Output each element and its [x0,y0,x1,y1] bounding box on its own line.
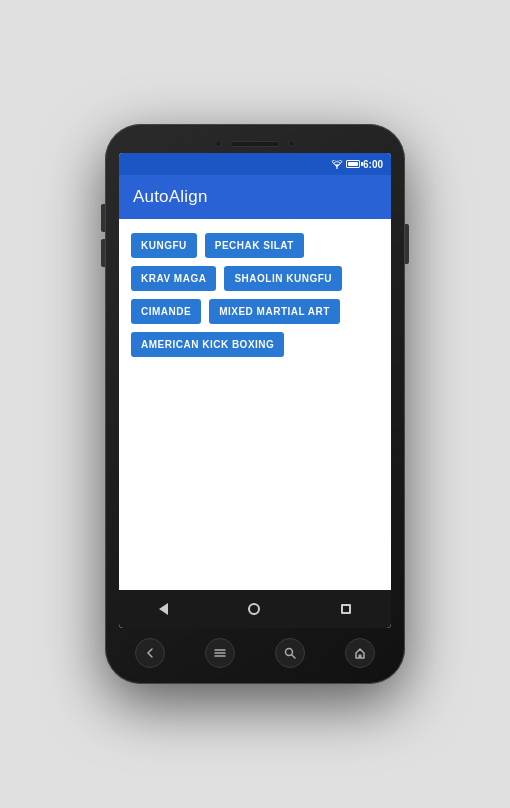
tag-shaolin-kungfu[interactable]: SHAOLIN KUNGFU [224,266,342,291]
bottom-home-button[interactable] [205,638,235,668]
status-bar: 6:00 [119,153,391,175]
app-title: AutoAlign [133,187,208,207]
svg-line-5 [292,655,295,658]
wifi-icon [331,160,343,169]
phone-top-bar [115,136,395,153]
tag-mixed-martial-art[interactable]: MIXED MARTIAL ART [209,299,340,324]
bottom-search-button[interactable] [275,638,305,668]
tag-cimande[interactable]: CIMANDE [131,299,201,324]
recent-apps-button[interactable] [341,604,351,614]
svg-point-0 [336,167,338,169]
sensor-icon [288,140,295,147]
back-button[interactable] [159,603,168,615]
phone-bottom-buttons [115,628,395,672]
svg-point-4 [286,649,293,656]
battery-icon [346,160,360,168]
phone-device: 6:00 AutoAlign KUNGFUPECHAK SILATKRAV MA… [105,124,405,684]
speaker-icon [230,141,280,147]
phone-screen: 6:00 AutoAlign KUNGFUPECHAK SILATKRAV MA… [119,153,391,628]
tag-american-kick-boxing[interactable]: AMERICAN KICK BOXING [131,332,284,357]
app-bar: AutoAlign [119,175,391,219]
home-button[interactable] [248,603,260,615]
tag-kungfu[interactable]: KUNGFU [131,233,197,258]
volume-up-button[interactable] [101,204,105,232]
front-camera-icon [215,140,222,147]
tag-pechak-silat[interactable]: PECHAK SILAT [205,233,304,258]
content-area: KUNGFUPECHAK SILATKRAV MAGASHAOLIN KUNGF… [119,219,391,590]
power-button[interactable] [405,224,409,264]
tag-krav-maga[interactable]: KRAV MAGA [131,266,216,291]
bottom-home2-button[interactable] [345,638,375,668]
svg-rect-6 [359,655,362,659]
status-time: 6:00 [363,159,383,170]
nav-bar [119,590,391,628]
volume-down-button[interactable] [101,239,105,267]
status-icons: 6:00 [331,159,383,170]
bottom-back-button[interactable] [135,638,165,668]
tags-container: KUNGFUPECHAK SILATKRAV MAGASHAOLIN KUNGF… [131,233,379,357]
